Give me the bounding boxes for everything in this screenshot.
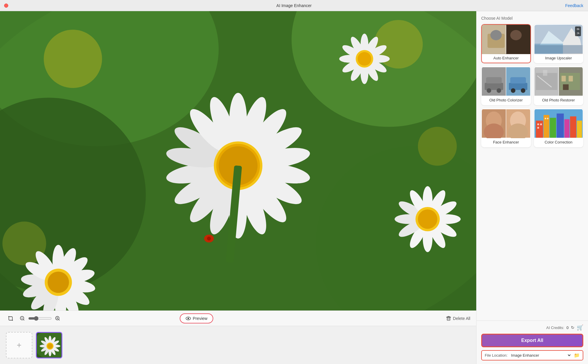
svg-point-8 (418, 127, 457, 166)
svg-rect-115 (486, 77, 502, 83)
file-location-select[interactable]: Image Enhancer Desktop Documents Downloa… (510, 353, 572, 358)
upscaler-thumb: 8k2k (534, 25, 583, 54)
svg-point-74 (418, 209, 437, 229)
svg-rect-152 (544, 118, 546, 119)
image-canvas (0, 11, 476, 310)
svg-point-6 (44, 30, 102, 88)
credits-row: AI Credits: 0 ↻ 🛒 (481, 324, 583, 331)
main-layout: Preview Delete All + (0, 11, 588, 364)
auto-enhancer-label: Auto Enhancer (482, 54, 530, 63)
trash-icon (446, 316, 451, 321)
svg-rect-132 (563, 84, 568, 90)
model-card-face-enhancer[interactable]: Face Enhancer (481, 108, 531, 147)
model-card-old-photo-restorer[interactable]: Old Photo Restorer (534, 66, 584, 105)
preview-button[interactable]: Preview (180, 313, 213, 323)
refresh-icon[interactable]: ↻ (571, 325, 574, 330)
svg-rect-151 (537, 127, 539, 129)
zoom-group (18, 314, 62, 323)
filmstrip: + (0, 326, 476, 364)
folder-icon[interactable]: 📁 (574, 353, 580, 358)
choose-model-label: Choose AI Model (481, 16, 583, 21)
svg-point-60 (48, 272, 69, 293)
upscaler-label: Image Upscaler (534, 54, 583, 63)
colorizer-label: Old Photo Colorizer (482, 96, 530, 105)
color-correction-label: Color Correction (534, 138, 583, 147)
model-card-old-photo-colorizer[interactable]: Old Photo Colorizer (481, 66, 531, 105)
svg-rect-112 (534, 44, 563, 54)
svg-rect-144 (550, 118, 556, 138)
model-card-image-upscaler[interactable]: 8k2k Image Upscaler (534, 24, 584, 63)
add-image-button[interactable]: + (6, 332, 32, 358)
export-all-button[interactable]: Export All (481, 334, 583, 347)
file-location-row: File Location: Image Enhancer Desktop Do… (481, 350, 583, 360)
credits-label: AI Credits: (546, 325, 564, 330)
delete-all-button[interactable]: Delete All (446, 316, 470, 321)
svg-point-101 (47, 343, 53, 349)
model-grid: Auto Enhancer 8k2k (481, 24, 583, 147)
svg-rect-148 (577, 121, 582, 138)
svg-point-77 (207, 237, 211, 241)
svg-rect-150 (540, 123, 542, 125)
svg-rect-153 (547, 118, 548, 119)
preview-label: Preview (193, 316, 207, 321)
feedback-link[interactable]: Feedback (565, 3, 583, 8)
svg-rect-83 (447, 317, 450, 320)
titlebar: AI Image Enhancer Feedback (0, 0, 588, 11)
svg-rect-149 (537, 123, 539, 125)
svg-rect-146 (564, 119, 569, 138)
svg-rect-147 (570, 116, 576, 138)
file-location-label: File Location: (485, 353, 507, 358)
face-enhancer-thumb (482, 109, 530, 138)
credits-value: 0 (567, 325, 569, 330)
filmstrip-thumb-1[interactable] (36, 332, 62, 358)
auto-enhancer-thumb (482, 25, 530, 54)
model-selection-area: Choose AI Model (477, 11, 588, 320)
svg-point-106 (510, 30, 522, 40)
right-panel-bottom: AI Credits: 0 ↻ 🛒 Export All File Locati… (477, 320, 588, 364)
svg-rect-142 (536, 121, 543, 138)
svg-rect-130 (561, 76, 566, 81)
svg-point-122 (521, 88, 525, 93)
svg-rect-145 (557, 113, 564, 138)
delete-all-label: Delete All (453, 316, 470, 321)
face-enhancer-label: Face Enhancer (482, 138, 530, 147)
image-toolbar: Preview Delete All (0, 310, 476, 326)
model-card-auto-enhancer[interactable]: Auto Enhancer (481, 24, 531, 63)
restorer-thumb (534, 67, 583, 96)
svg-point-117 (497, 88, 501, 93)
svg-rect-120 (510, 77, 526, 83)
colorizer-thumb (482, 67, 530, 96)
svg-rect-127 (543, 70, 547, 76)
zoom-out-button[interactable] (18, 314, 27, 323)
zoom-slider[interactable] (28, 316, 52, 321)
crop-tool-group (6, 314, 15, 323)
svg-point-121 (511, 88, 515, 93)
svg-point-116 (487, 88, 491, 93)
eye-icon (186, 316, 191, 321)
upscaler-badge: 8k2k (575, 26, 581, 36)
close-button[interactable] (4, 4, 8, 8)
svg-rect-131 (569, 76, 573, 81)
main-image (0, 11, 476, 310)
zoom-in-button[interactable] (53, 314, 62, 323)
svg-point-104 (490, 30, 502, 40)
right-panel: Choose AI Model (476, 11, 588, 364)
cart-icon[interactable]: 🛒 (577, 324, 583, 331)
app-title: AI Image Enhancer (276, 3, 312, 8)
color-correction-thumb (534, 109, 583, 138)
restorer-label: Old Photo Restorer (534, 96, 583, 105)
svg-point-44 (358, 52, 371, 66)
model-card-color-correction[interactable]: Color Correction (534, 108, 584, 147)
left-panel: Preview Delete All + (0, 11, 476, 364)
svg-point-81 (188, 318, 189, 319)
crop-button[interactable] (6, 314, 15, 323)
